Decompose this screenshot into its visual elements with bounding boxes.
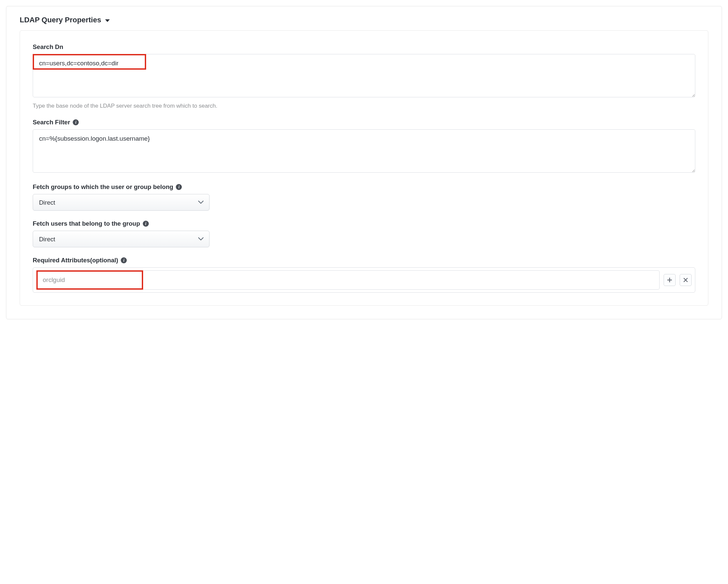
search-filter-input[interactable] [33, 129, 695, 173]
search-filter-label: Search Filter [33, 119, 70, 126]
required-attrs-container [33, 267, 695, 293]
x-icon [683, 278, 688, 282]
required-attrs-label: Required Attributes(optional) [33, 257, 118, 264]
info-icon[interactable]: i [143, 221, 149, 227]
field-group-search-filter: Search Filter i [33, 119, 695, 174]
info-icon[interactable]: i [73, 119, 79, 125]
info-icon[interactable]: i [121, 257, 127, 263]
required-attrs-input[interactable] [36, 270, 659, 290]
remove-button[interactable] [680, 274, 692, 286]
field-group-required-attrs: Required Attributes(optional) i [33, 257, 695, 293]
section-title: LDAP Query Properties [20, 16, 101, 24]
caret-down-icon [105, 19, 110, 22]
fetch-groups-label: Fetch groups to which the user or group … [33, 183, 173, 191]
info-icon[interactable]: i [176, 184, 182, 190]
field-group-search-dn: Search Dn Type the base node of the LDAP… [33, 43, 695, 109]
field-group-fetch-users: Fetch users that belong to the group i D… [33, 220, 695, 247]
add-button[interactable] [664, 274, 676, 286]
plus-icon [667, 278, 672, 282]
section-header[interactable]: LDAP Query Properties [20, 16, 708, 24]
fetch-groups-select[interactable]: Direct [33, 194, 210, 211]
field-group-fetch-groups: Fetch groups to which the user or group … [33, 183, 695, 211]
outer-panel: LDAP Query Properties Search Dn Type the… [6, 6, 722, 319]
search-dn-input[interactable] [33, 54, 695, 97]
fetch-users-label: Fetch users that belong to the group [33, 220, 140, 227]
search-dn-label: Search Dn [33, 43, 63, 51]
form-card: Search Dn Type the base node of the LDAP… [20, 30, 708, 306]
search-dn-helper: Type the base node of the LDAP server se… [33, 103, 695, 109]
fetch-users-select[interactable]: Direct [33, 231, 210, 247]
